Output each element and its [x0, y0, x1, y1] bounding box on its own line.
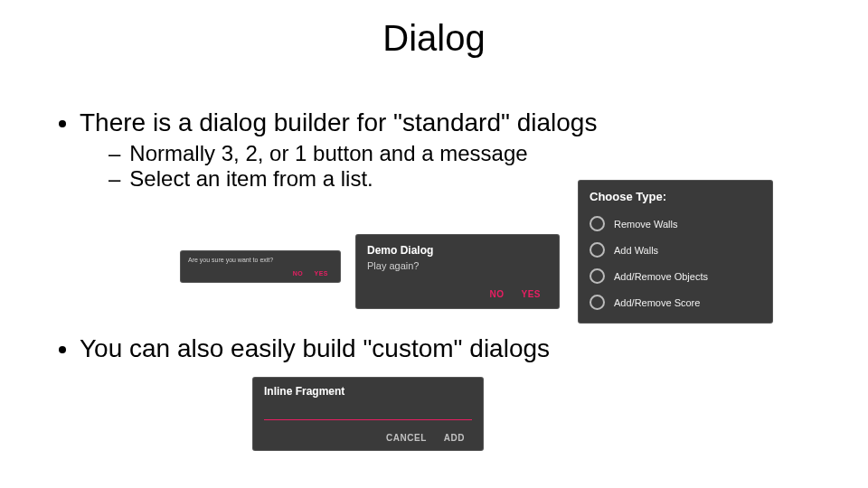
option-add-remove-objects[interactable]: Add/Remove Objects — [590, 263, 761, 289]
add-button[interactable]: ADD — [437, 429, 472, 446]
bullet-1-sub-2-text: Select an item from a list. — [129, 166, 373, 191]
inline-fragment-actions: CANCEL ADD — [264, 429, 472, 446]
bullet-1-sub-1-text: Normally 3, 2, or 1 button and a message — [129, 141, 527, 165]
option-label: Remove Walls — [614, 219, 678, 230]
text-input[interactable] — [264, 407, 472, 420]
radio-icon — [590, 242, 605, 258]
bullet-1: There is a dialog builder for "standard"… — [80, 108, 814, 192]
bullet-1-text: There is a dialog builder for "standard"… — [80, 108, 597, 136]
yes-button[interactable]: YES — [309, 268, 333, 278]
inline-fragment-dialog: Inline Fragment CANCEL ADD — [253, 378, 483, 450]
yes-button[interactable]: YES — [514, 286, 548, 303]
custom-dialog-figure: Inline Fragment CANCEL ADD — [253, 378, 483, 450]
demo-dialog-title: Demo Dialog — [367, 244, 548, 257]
option-add-walls[interactable]: Add Walls — [590, 237, 761, 263]
option-add-remove-score[interactable]: Add/Remove Score — [590, 289, 761, 315]
exit-confirm-message: Are you sure you want to exit? — [188, 257, 333, 263]
slide-title: Dialog — [0, 18, 868, 59]
radio-icon — [590, 268, 605, 284]
choose-type-title: Choose Type: — [590, 190, 761, 203]
demo-dialog-actions: NO YES — [367, 286, 548, 303]
demo-dialog-message: Play again? — [367, 260, 548, 271]
choose-type-dialog: Choose Type: Remove Walls Add Walls Add/… — [579, 181, 772, 323]
radio-icon — [590, 216, 605, 231]
option-remove-walls[interactable]: Remove Walls — [590, 211, 761, 237]
demo-dialog: Demo Dialog Play again? NO YES — [356, 235, 559, 308]
bullet-2-text: You can also easily build "custom" dialo… — [80, 334, 550, 362]
exit-confirm-actions: NO YES — [188, 268, 333, 278]
option-label: Add/Remove Objects — [614, 271, 708, 282]
option-label: Add Walls — [614, 245, 658, 256]
bullet-list: There is a dialog builder for "standard"… — [54, 108, 814, 192]
bullet-list-2: You can also easily build "custom" dialo… — [54, 334, 814, 363]
inline-fragment-title: Inline Fragment — [264, 385, 472, 398]
radio-icon — [590, 295, 605, 310]
dialog-figures-row: Are you sure you want to exit? NO YES De… — [181, 235, 559, 308]
cancel-button[interactable]: CANCEL — [379, 429, 434, 446]
bullet-2-container: You can also easily build "custom" dialo… — [54, 334, 814, 369]
no-button[interactable]: NO — [288, 268, 308, 278]
bullet-1-sub-1: Normally 3, 2, or 1 button and a message — [108, 141, 814, 166]
no-button[interactable]: NO — [482, 286, 511, 303]
slide: Dialog There is a dialog builder for "st… — [0, 0, 868, 488]
bullet-2: You can also easily build "custom" dialo… — [80, 334, 814, 363]
option-label: Add/Remove Score — [614, 297, 700, 308]
exit-confirm-dialog: Are you sure you want to exit? NO YES — [181, 251, 340, 282]
